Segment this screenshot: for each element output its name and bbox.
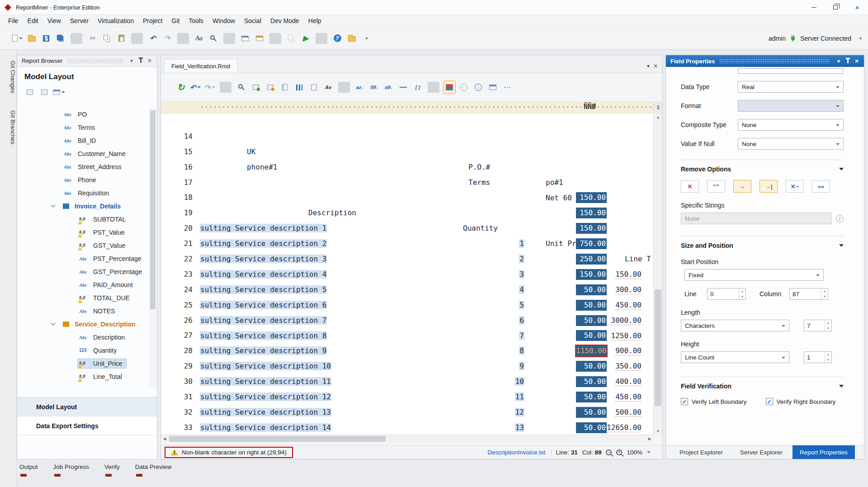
sort-az-button[interactable]: az↓ <box>354 81 366 94</box>
append-table-button[interactable] <box>487 81 499 94</box>
unit-price-field[interactable]: 50.00 <box>576 361 607 372</box>
report-line[interactable]: 24 sulting Service description 6 6 150.0… <box>161 267 653 282</box>
minimize-button[interactable] <box>803 0 825 14</box>
verify-document-button[interactable] <box>285 32 297 45</box>
undo-button[interactable]: ↶ <box>189 81 201 94</box>
tree-item[interactable]: Terms <box>17 121 149 134</box>
unit-price-field[interactable]: 50.00 <box>576 300 607 311</box>
horizontal-scrollbar-thumb[interactable] <box>169 436 386 442</box>
collapse-section-icon[interactable] <box>839 168 844 170</box>
report-line[interactable]: 33 sulting Service description 15 15 50.… <box>161 405 653 420</box>
menu-item[interactable]: Virtualization <box>93 15 138 26</box>
help-button[interactable]: ? <box>331 32 343 45</box>
redo-button[interactable]: ↷ <box>204 81 216 94</box>
menu-item[interactable]: Window <box>208 15 240 26</box>
bottom-tab[interactable]: Data Preview <box>135 463 171 478</box>
window-position-icon[interactable]: ▾ <box>127 57 136 65</box>
unit-price-field[interactable]: 50.00 <box>576 330 607 341</box>
font-verify-button[interactable]: Av <box>322 81 334 94</box>
auto-parse-button[interactable] <box>308 81 320 94</box>
scroll-up-icon[interactable]: ▲ <box>654 113 662 121</box>
report-line[interactable]: 23 sulting Service description 5 5 250.0… <box>161 251 653 267</box>
side-tab[interactable]: Git Changes <box>0 54 16 99</box>
length-stepper[interactable]: 7▲▼ <box>804 320 832 331</box>
length-mode-dropdown[interactable]: Characters <box>681 320 789 331</box>
window-position-icon[interactable]: ▾ <box>834 57 843 65</box>
open-button[interactable] <box>26 32 38 45</box>
chevron-down-icon[interactable] <box>51 203 56 208</box>
checkbox-icon[interactable] <box>766 398 773 405</box>
refresh-button[interactable]: ↻ <box>175 81 187 94</box>
report-line[interactable]: 18 Description Quantity Unit Price Line … <box>161 175 653 190</box>
designer-button[interactable] <box>239 32 251 45</box>
verification-warning[interactable]: Non-blank character on right at (29,94) <box>165 447 293 458</box>
tree-item[interactable]: TOTAL_DUE <box>17 291 149 304</box>
composite-type-dropdown[interactable]: None <box>738 119 844 131</box>
explorer-tab[interactable]: Project Explorer <box>672 445 730 459</box>
tree-item[interactable]: Line_Total <box>17 370 149 383</box>
collapse-all-button[interactable] <box>24 86 36 99</box>
dataflow-button[interactable] <box>254 32 265 45</box>
run-button[interactable]: ▶ <box>300 32 311 45</box>
unit-price-field[interactable]: 50.00 <box>576 407 607 418</box>
new-file-button[interactable] <box>11 32 23 45</box>
redo-button[interactable]: ↷ <box>161 32 173 45</box>
tree-item[interactable]: Description <box>17 331 149 344</box>
side-tab[interactable]: Git Branches <box>0 104 16 151</box>
report-line[interactable]: 34 sulting Service description 16 16 50.… <box>161 420 653 435</box>
tree-item[interactable]: NOTES <box>17 304 149 317</box>
sort-09-button[interactable]: 09↓ <box>368 81 380 94</box>
report-text-area[interactable]: 14 UK P.O.# po#1 15 phone#1 Terms Net 60… <box>161 113 653 435</box>
tree-item[interactable]: Customer_Name <box>17 147 149 160</box>
specific-strings-input[interactable]: None <box>681 213 831 224</box>
remove-quotes-icon[interactable]: “” <box>707 180 725 193</box>
bottom-tab[interactable]: Output <box>19 463 38 478</box>
verify-right-boundary-checkbox[interactable]: Verify Right Boundary <box>766 398 836 405</box>
paste-button[interactable] <box>115 32 127 45</box>
trim-both-sides-icon[interactable]: ↔ <box>733 180 751 193</box>
scroll-down-icon[interactable]: ▼ <box>654 427 662 435</box>
menu-item[interactable]: Social <box>240 15 266 26</box>
report-line[interactable]: 20 sulting Service description 2 2 150.0… <box>161 205 653 221</box>
data-type-dropdown[interactable]: Real <box>738 81 844 93</box>
export-layout-button[interactable] <box>53 86 65 99</box>
create-field-button[interactable] <box>250 81 262 94</box>
unit-price-field[interactable]: 50.00 <box>576 284 607 295</box>
report-line[interactable]: 22 sulting Service description 4 4 750.0… <box>161 236 653 251</box>
menu-item[interactable]: File <box>4 15 23 26</box>
bottom-tab[interactable]: Job Progress <box>53 463 90 478</box>
cut-button[interactable]: ✂ <box>86 32 98 45</box>
report-line[interactable]: 27 sulting Service description 9 9 50.00… <box>161 313 653 328</box>
pattern-ruler[interactable]: ········································… <box>161 102 662 113</box>
explorer-tab[interactable]: Report Properties <box>793 445 855 459</box>
close-panel-icon[interactable]: ✕ <box>145 57 154 65</box>
menu-item[interactable]: View <box>43 15 66 26</box>
info-icon[interactable]: i <box>836 215 844 222</box>
splitter-handle[interactable]: ⇕ <box>653 102 662 113</box>
pin-icon[interactable] <box>136 57 145 65</box>
menu-item[interactable]: Project <box>138 15 167 26</box>
browser-footer-tab[interactable]: Data Export Settings <box>17 416 157 435</box>
menu-item[interactable]: Edit <box>23 15 43 26</box>
remove-quote-pairs-icon[interactable]: «» <box>812 180 830 193</box>
tree-scrollbar-thumb[interactable] <box>150 110 156 309</box>
restore-button[interactable] <box>825 0 846 14</box>
unit-price-field[interactable]: 1150.00 <box>576 345 607 356</box>
tree-item[interactable]: Street_Address <box>17 160 149 173</box>
start-position-dropdown[interactable]: Fixed <box>684 269 824 281</box>
explorer-tab[interactable]: Server Explorer <box>733 445 790 459</box>
tree-item[interactable]: Invoice_Details <box>17 199 149 213</box>
trim-right-icon[interactable]: →| <box>760 180 778 193</box>
pin-icon[interactable] <box>843 57 852 65</box>
brackets-button[interactable]: [ ] <box>412 81 424 94</box>
unit-price-field[interactable]: 150.00 <box>576 192 607 203</box>
report-line[interactable]: 32 sulting Service description 14 14 50.… <box>161 389 653 405</box>
sort-alpha-num-button[interactable]: a9↓ <box>383 81 395 94</box>
report-line[interactable]: 21 sulting Service description 3 3 150.0… <box>161 221 653 236</box>
document-tab[interactable]: Field_Verification.Rmd <box>164 59 238 73</box>
menu-item[interactable]: Dev Mode <box>266 15 304 26</box>
toolbar-options-icon[interactable]: ▾ <box>855 36 862 41</box>
menu-item[interactable]: Git <box>167 15 184 26</box>
menu-item[interactable]: Help <box>304 15 326 26</box>
tree-item[interactable]: Unit_Price <box>17 357 149 370</box>
